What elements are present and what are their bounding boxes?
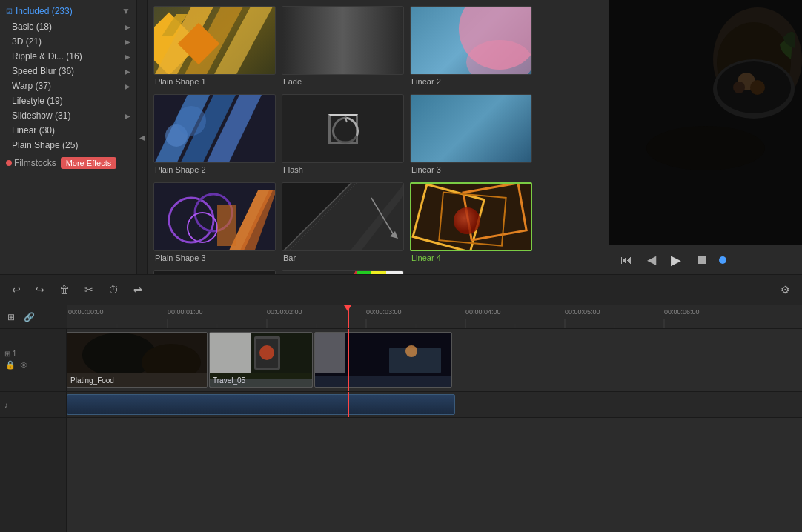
sidebar-item-warp[interactable]: Warp (37) ▶ [0,79,136,93]
effect-item-bar[interactable]: Bar [282,182,404,265]
play-button[interactable]: ▶ [667,250,685,270]
effect-thumb-fade [282,6,404,75]
chevron-right-icon: ▶ [125,38,130,46]
link-button[interactable]: 🔗 [21,310,38,324]
sidebar-item-label: Warp (37) [12,81,125,91]
adjustments-button[interactable]: ⇌ [129,281,147,299]
svg-rect-28 [154,271,276,274]
effect-item-plain-shape-1[interactable]: Plain Shape 1 [153,6,276,88]
history-button[interactable]: ⏱ [104,281,123,299]
visibility-track-button[interactable]: 👁 [19,360,29,370]
effect-thumb-dots [153,270,276,274]
effect-item-linear-2[interactable]: Linear 2 [410,6,532,88]
play-position-indicator [719,256,726,264]
cut-button[interactable]: ✂ [80,281,98,299]
included-header[interactable]: ☑ Included (233) ▼ [0,3,136,19]
effect-thumb-plain-shape-3 [153,182,276,251]
effect-item-dots[interactable] [153,270,276,274]
sidebar-item-label: Lifestyle (19) [12,96,130,106]
preview-image [609,0,802,245]
effect-label-fade: Fade [282,75,404,88]
svg-point-124 [646,126,765,170]
track-label-video-1: ⊞ 1 🔒 👁 [0,329,66,392]
sidebar-item-linear[interactable]: Linear (30) [0,123,136,138]
sidebar-item-label: Slideshow (31) [12,110,125,121]
add-track-button[interactable]: ⊞ [4,310,18,324]
sidebar-item-slideshow[interactable]: Slideshow (31) ▶ [0,108,136,123]
lock-track-button[interactable]: 🔒 [4,359,16,370]
svg-rect-114 [371,271,386,274]
preview-video-frame [609,0,802,245]
filmstocks-row: Filmstocks More Effects [0,154,136,172]
track-label-audio-content: ♪ [4,401,8,409]
sidebar-collapse-btn[interactable]: ◀ [137,0,148,274]
stop-button[interactable]: ⏹ [692,251,712,269]
tracks-container: ⊞ 1 🔒 👁 ♪ [0,329,802,532]
svg-rect-113 [357,271,371,274]
ruler-ticks [67,319,802,328]
delete-button[interactable]: 🗑 [55,281,74,299]
effects-grid-area: Plain Shape 1 Fade Linea [148,0,609,274]
sidebar-item-basic[interactable]: Basic (18) ▶ [0,19,136,34]
effects-sidebar: ☑ Included (233) ▼ Basic (18) ▶ 3D (21) … [0,0,137,274]
effect-label-plain-shape-3: Plain Shape 3 [153,251,276,265]
sidebar-item-3d[interactable]: 3D (21) ▶ [0,34,136,49]
ruler-marks-container: 00:00:00:00 00:00:01:00 00:00:02:00 00:0… [67,305,802,328]
effect-bar-travel[interactable] [209,379,313,388]
effect-item-flash[interactable]: Flash [282,94,404,176]
svg-rect-111 [282,271,357,274]
effect-item-linear-4[interactable]: Linear 4 [410,182,532,265]
track-number: ⊞ 1 [4,350,29,358]
sidebar-item-ripple[interactable]: Ripple & Di... (16) ▶ [0,49,136,64]
timeline-tools: ⊞ 🔗 [0,305,67,329]
filmstocks-dot-red [6,160,12,166]
rewind-button[interactable]: ⏮ [617,251,636,269]
effect-item-plain-shape-3[interactable]: Plain Shape 3 [153,182,276,265]
preview-area: ⏮ ◀ ▶ ⏹ [609,0,802,274]
svg-rect-141 [210,333,251,373]
timeline-header: ⊞ 🔗 00:00:00:00 00:00:01:00 00:00:02:00 … [0,305,802,329]
track-label-audio: ♪ [0,392,66,418]
clip-plating-food[interactable]: Plating_Food [67,332,208,388]
playhead-head [344,305,351,311]
sidebar-item-label: Ripple & Di... (16) [12,51,125,61]
chevron-right-icon: ▶ [125,67,130,76]
check-icon: ☑ [6,7,13,16]
clip-action[interactable] [314,332,452,388]
svg-rect-115 [386,271,404,274]
effect-thumb-plain-shape-2 [153,94,276,163]
sidebar-item-label: Plain Shape (25) [12,140,130,150]
step-back-button[interactable]: ◀ [643,250,660,269]
settings-button[interactable]: ⚙ [776,281,795,299]
effect-thumb-flash [282,94,404,163]
audio-clip[interactable] [67,394,455,415]
effect-item-linear-3[interactable]: Linear 3 [410,94,532,176]
sidebar-item-speed-blur[interactable]: Speed Blur (36) ▶ [0,64,136,79]
clip-thumbnail-action [315,333,451,373]
more-effects-button[interactable]: More Effects [61,157,117,169]
track-label-content: ⊞ 1 🔒 👁 [4,350,29,370]
effect-thumb-linear-4 [410,182,532,251]
effect-item-plain-shape-2[interactable]: Plain Shape 2 [153,94,276,176]
included-label: Included (233) [16,6,122,16]
clip-name-food: Plating_Food [70,376,114,385]
effect-thumb-colorbars [282,270,404,274]
effect-label-bar: Bar [282,251,404,265]
svg-point-10 [176,106,206,136]
timeline-ruler: 00:00:00:00 00:00:01:00 00:00:02:00 00:0… [67,305,802,329]
effect-label-flash: Flash [282,163,404,176]
chevron-right-icon: ▶ [125,82,130,90]
clip-label-action [315,373,451,376]
sidebar-item-lifestyle[interactable]: Lifestyle (19) [0,93,136,108]
effect-item-colorbars[interactable] [282,270,404,274]
sidebar-item-plain-shape[interactable]: Plain Shape (25) [0,138,136,153]
undo-button[interactable]: ↩ [7,281,25,299]
effect-item-fade[interactable]: Fade [282,6,404,88]
effect-thumb-linear-2 [410,6,532,75]
audio-track-row [67,392,802,418]
effect-thumb-plain-shape-1 [153,6,276,75]
filmstocks-label: Filmstocks [14,158,56,168]
redo-button[interactable]: ↪ [31,281,49,299]
clip-thumb-svg [67,333,207,373]
svg-point-144 [259,345,274,360]
